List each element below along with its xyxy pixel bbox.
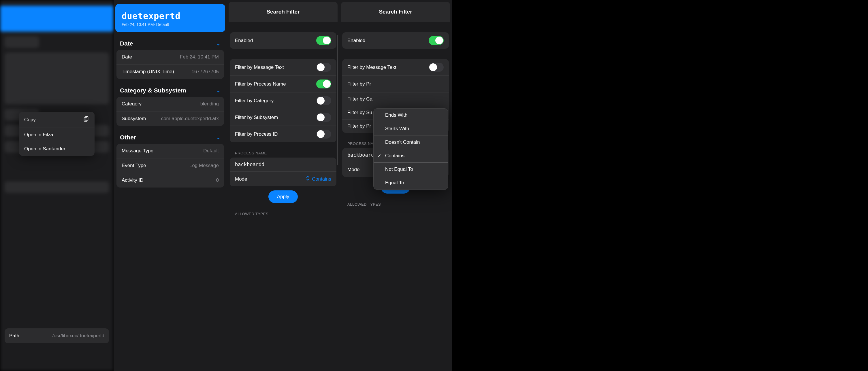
path-card: Path /usr/libexec/duetexpertd	[5, 328, 109, 343]
ts-k: Timestamp (UNIX Time)	[122, 69, 174, 75]
mode-ends-with[interactable]: Ends With	[374, 109, 448, 122]
section-other-label: Other	[120, 134, 136, 141]
row-subsystem: Subsystem com.apple.duetexpertd.atx	[117, 111, 224, 126]
row-message-type: Message Type Default	[117, 144, 224, 159]
catsub-card: Category blending Subsystem com.apple.du…	[117, 97, 224, 126]
allowed-types-label: ALLOWED TYPES	[230, 203, 336, 218]
mode-menu: Ends With Starts With Doesn't Contain ✓ …	[373, 108, 448, 190]
section-date-label: Date	[120, 40, 133, 47]
filter-proc-label-2: Filter by Pr	[347, 81, 371, 87]
row-timestamp: Timestamp (UNIX Time) 1677267705	[117, 65, 224, 79]
row-activity-id: Activity ID 0	[117, 173, 224, 188]
aid-k: Activity ID	[122, 177, 144, 183]
chevron-down-icon: ⌄	[216, 134, 220, 141]
section-catsub-label: Category & Subsystem	[120, 87, 186, 94]
updown-icon	[306, 175, 310, 182]
process-name-input[interactable]: backboardd	[230, 158, 336, 172]
ctx-copy-label: Copy	[24, 117, 36, 123]
filter-sub-label-2: Filter by Su	[347, 110, 372, 115]
row-date: Date Feb 24, 10:41 PM	[117, 50, 224, 65]
filter-msg-label-2: Filter by Message Text	[347, 65, 396, 70]
mode-doesnt-contain[interactable]: Doesn't Contain	[374, 136, 448, 149]
section-catsub-header[interactable]: Category & Subsystem ⌄	[114, 79, 227, 97]
filters-card: Filter by Message Text Filter by Process…	[230, 59, 336, 142]
ts-v: 1677267705	[191, 69, 219, 75]
detail-title: duetexpertd	[122, 11, 219, 21]
mode-not-equal[interactable]: Not Equal To	[374, 163, 448, 176]
filter-proc-toggle[interactable]	[316, 79, 331, 89]
chevron-down-icon: ⌄	[216, 40, 220, 47]
enabled-card: Enabled	[230, 32, 336, 49]
filter-cat-label-2: Filter by Ca	[347, 96, 372, 102]
enabled-toggle[interactable]	[316, 36, 331, 45]
path-value: /usr/libexec/duetexpertd	[53, 333, 105, 339]
detail-subtitle: Feb 24, 10:41 PM- Default	[122, 22, 219, 27]
ctx-copy[interactable]: Copy	[19, 112, 95, 128]
mt-k: Message Type	[122, 148, 153, 154]
row-event-type: Event Type Log Message	[117, 159, 224, 173]
enabled-toggle-2[interactable]	[429, 36, 444, 45]
filter-sub-label: Filter by Subsystem	[235, 115, 278, 121]
apply-button[interactable]: Apply	[268, 191, 298, 203]
filter-msg-toggle-2[interactable]	[429, 63, 444, 72]
filter-proc-label: Filter by Process Name	[235, 81, 286, 87]
path-label: Path	[9, 333, 19, 339]
mode-starts-with[interactable]: Starts With	[374, 122, 448, 136]
ctx-open-santander-label: Open in Santander	[24, 146, 65, 152]
filter-pid-label: Filter by Process ID	[235, 131, 278, 137]
copy-icon	[83, 116, 89, 124]
section-date-header[interactable]: Date ⌄	[114, 32, 227, 50]
filter-cat-toggle[interactable]	[316, 96, 331, 105]
ctx-open-filza[interactable]: Open in Filza	[19, 128, 95, 142]
filter-pid-label-2: Filter by Pr	[347, 123, 371, 129]
row-category: Category blending	[117, 97, 224, 111]
mt-v: Default	[203, 148, 219, 154]
date-k: Date	[122, 54, 132, 60]
filter-cat-label: Filter by Category	[235, 98, 274, 104]
context-menu: Copy Open in Filza Open in Santander	[19, 112, 95, 156]
mode-label-2: Mode	[347, 167, 360, 172]
cat-v: blending	[200, 101, 219, 107]
mode-label: Mode	[235, 176, 247, 182]
mode-equal[interactable]: Equal To	[374, 176, 448, 190]
et-k: Event Type	[122, 163, 146, 169]
search-filter-title: Search Filter	[228, 2, 338, 22]
chevron-down-icon: ⌄	[216, 87, 220, 94]
process-name-card: backboardd Mode Contains	[230, 158, 336, 187]
scrollbar[interactable]	[337, 35, 338, 165]
ctx-open-santander[interactable]: Open in Santander	[19, 142, 95, 156]
sub-v: com.apple.duetexpertd.atx	[161, 116, 219, 122]
mode-picker[interactable]: Mode Contains	[230, 172, 336, 187]
filter-msg-label: Filter by Message Text	[235, 65, 284, 70]
mode-value: Contains	[312, 176, 331, 182]
svg-rect-1	[84, 117, 87, 121]
ctx-open-filza-label: Open in Filza	[24, 132, 53, 138]
search-filter-title-2: Search Filter	[341, 2, 450, 22]
enabled-label: Enabled	[235, 38, 253, 43]
enabled-label-2: Enabled	[347, 38, 365, 43]
date-card: Date Feb 24, 10:41 PM Timestamp (UNIX Ti…	[117, 50, 224, 79]
et-v: Log Message	[189, 163, 219, 169]
svg-rect-0	[85, 117, 88, 121]
checkmark-icon: ✓	[378, 153, 381, 159]
filter-msg-toggle[interactable]	[316, 63, 331, 72]
filter-sub-toggle[interactable]	[316, 113, 331, 122]
other-card: Message Type Default Event Type Log Mess…	[117, 144, 224, 188]
enabled-card-2: Enabled	[342, 32, 449, 49]
aid-v: 0	[216, 177, 219, 183]
allowed-types-label-2: ALLOWED TYPES	[342, 194, 449, 209]
filter-pid-toggle[interactable]	[316, 130, 331, 139]
section-other-header[interactable]: Other ⌄	[114, 126, 227, 144]
process-name-label: PROCESS NAME	[230, 142, 336, 158]
mode-contains[interactable]: ✓ Contains	[374, 149, 448, 163]
detail-header: duetexpertd Feb 24, 10:41 PM- Default	[115, 4, 225, 32]
date-v: Feb 24, 10:41 PM	[180, 54, 219, 60]
cat-k: Category	[122, 101, 142, 107]
sub-k: Subsystem	[122, 116, 146, 122]
